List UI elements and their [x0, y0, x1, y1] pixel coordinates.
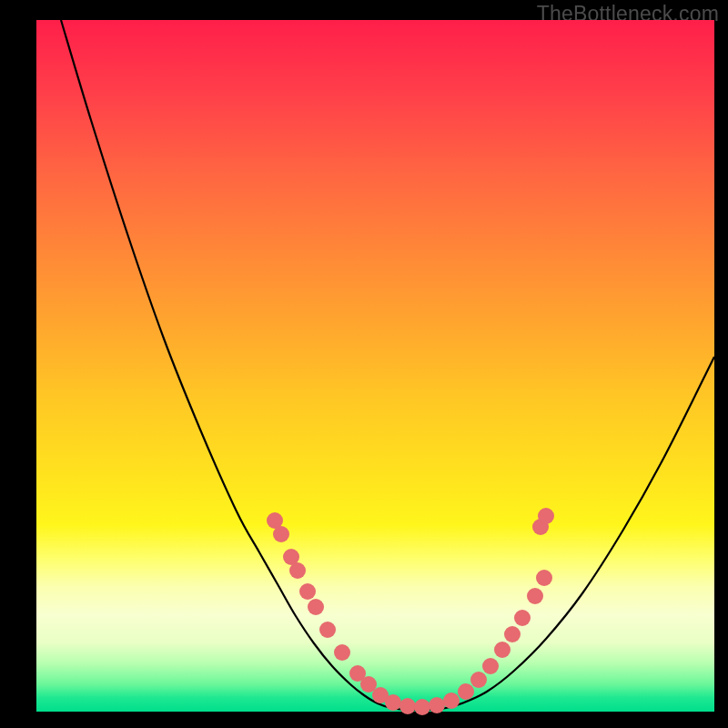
marker-dot [443, 693, 460, 709]
marker-dot [273, 526, 289, 542]
marker-dot [538, 508, 554, 524]
marker-dot [494, 642, 511, 658]
marker-dot [482, 658, 499, 674]
marker-dot [470, 672, 487, 688]
marker-dot [299, 583, 316, 600]
marker-dot [319, 622, 336, 638]
marker-dot [289, 562, 306, 579]
bottleneck-curve [61, 20, 714, 710]
marker-dot [504, 626, 521, 642]
marker-dot [458, 683, 474, 700]
marker-dots [267, 508, 554, 715]
marker-dot [414, 699, 430, 715]
marker-dot [385, 694, 401, 711]
marker-dot [527, 588, 543, 604]
curve-svg [36, 20, 714, 712]
marker-dot [334, 644, 350, 661]
marker-dot [399, 698, 416, 714]
marker-dot [536, 570, 552, 586]
marker-dot [429, 697, 445, 713]
marker-dot [514, 610, 531, 626]
plot-area [36, 20, 714, 712]
marker-dot [308, 599, 324, 615]
frame: TheBottleneck.com [0, 0, 728, 728]
